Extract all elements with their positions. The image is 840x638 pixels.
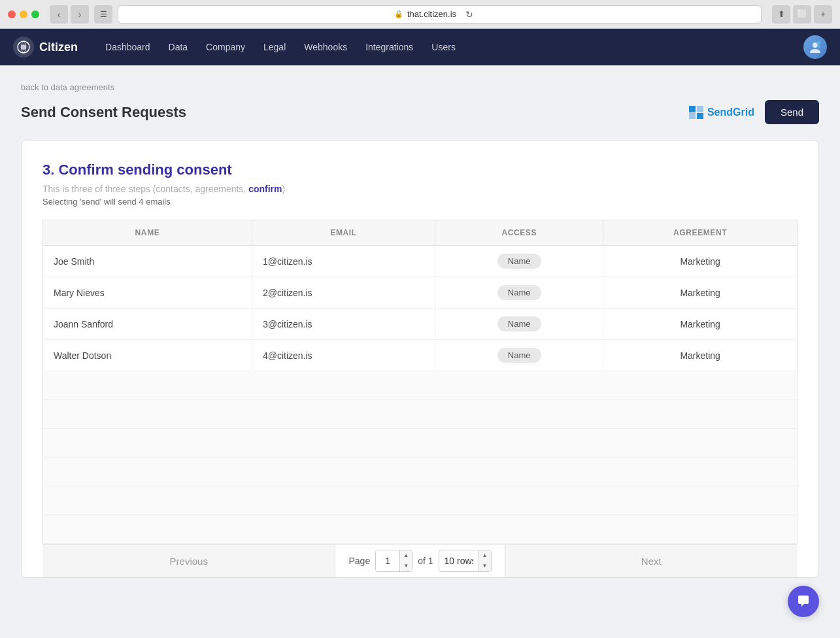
cell-access: Name bbox=[435, 277, 603, 309]
svg-point-3 bbox=[816, 41, 820, 45]
back-button[interactable]: ‹ bbox=[50, 5, 68, 24]
nav-company[interactable]: Company bbox=[198, 37, 253, 58]
page-input-wrap: ▲ ▼ bbox=[375, 550, 412, 572]
maximize-dot[interactable] bbox=[31, 10, 39, 18]
cell-agreement: Marketing bbox=[603, 246, 798, 277]
user-avatar[interactable] bbox=[803, 35, 827, 59]
lock-icon: 🔒 bbox=[394, 10, 403, 18]
next-button[interactable]: Next bbox=[505, 545, 798, 577]
cell-email: 4@citizen.is bbox=[252, 340, 435, 371]
table-row-empty bbox=[43, 458, 798, 486]
page-up-button[interactable]: ▲ bbox=[400, 550, 412, 561]
step-subtitle-plain: This is three of three steps (contacts, … bbox=[42, 184, 248, 194]
browser-navigation: ‹ › bbox=[50, 5, 89, 24]
cell-email: 3@citizen.is bbox=[252, 309, 435, 340]
split-view-button[interactable]: ⬜ bbox=[793, 5, 811, 24]
address-bar[interactable]: 🔒 that.citizen.is ↻ bbox=[118, 5, 762, 24]
contacts-table: NAME EMAIL ACCESS AGREEMENT Joe Smith 1@… bbox=[42, 220, 798, 544]
top-navigation: Citizen Dashboard Data Company Legal Web… bbox=[0, 29, 840, 65]
step-subtitle-close: ) bbox=[282, 184, 286, 194]
table-row-empty bbox=[43, 429, 798, 458]
nav-legal[interactable]: Legal bbox=[256, 37, 294, 58]
cell-email: 1@citizen.is bbox=[252, 246, 435, 277]
reader-mode-button[interactable]: ☰ bbox=[94, 5, 112, 24]
logo-text: Citizen bbox=[39, 41, 78, 54]
logo-area: Citizen bbox=[13, 37, 78, 58]
cell-access: Name bbox=[435, 246, 603, 277]
sendgrid-logo: SendGrid bbox=[689, 106, 754, 119]
cell-name: Mary Nieves bbox=[43, 277, 252, 309]
nav-webhooks[interactable]: Webhooks bbox=[296, 37, 355, 58]
nav-data[interactable]: Data bbox=[161, 37, 196, 58]
main-content: back to data agreements Send Consent Req… bbox=[0, 65, 840, 594]
cell-name: Walter Dotson bbox=[43, 340, 252, 371]
page-title: Send Consent Requests bbox=[21, 104, 186, 121]
rows-up-button[interactable]: ▲ bbox=[479, 550, 491, 561]
table-row-empty bbox=[43, 515, 798, 544]
forward-button[interactable]: › bbox=[71, 5, 89, 24]
chat-widget[interactable] bbox=[788, 586, 819, 617]
col-agreement: AGREEMENT bbox=[603, 220, 798, 246]
step-info: Selecting 'send' will send 4 emails bbox=[42, 197, 798, 207]
header-right: SendGrid Send bbox=[689, 100, 819, 124]
nav-integrations[interactable]: Integrations bbox=[358, 37, 421, 58]
access-badge: Name bbox=[497, 316, 541, 331]
new-tab-button[interactable]: + bbox=[814, 5, 832, 24]
col-name: NAME bbox=[43, 220, 252, 246]
col-access: ACCESS bbox=[435, 220, 603, 246]
rows-per-page-select[interactable]: 10 rows 20 rows 50 rows bbox=[439, 553, 479, 569]
pagination-center: Page ▲ ▼ of 1 10 rows 20 rows 50 rows bbox=[335, 550, 504, 572]
step-subtitle: This is three of three steps (contacts, … bbox=[42, 184, 798, 194]
page-label: Page bbox=[348, 556, 370, 566]
nav-dashboard[interactable]: Dashboard bbox=[97, 37, 158, 58]
table-header: NAME EMAIL ACCESS AGREEMENT bbox=[43, 220, 798, 246]
svg-rect-7 bbox=[697, 113, 703, 119]
table-row: Joann Sanford 3@citizen.is Name Marketin… bbox=[43, 309, 798, 340]
sendgrid-label: SendGrid bbox=[707, 107, 754, 118]
cell-access: Name bbox=[435, 309, 603, 340]
step-title: 3. Confirm sending consent bbox=[42, 161, 798, 178]
confirm-card: 3. Confirm sending consent This is three… bbox=[21, 140, 819, 578]
back-link[interactable]: back to data agreements bbox=[21, 82, 114, 92]
nav-users[interactable]: Users bbox=[424, 37, 463, 58]
cell-name: Joe Smith bbox=[43, 246, 252, 277]
table-row-empty bbox=[43, 400, 798, 429]
nav-links: Dashboard Data Company Legal Webhooks In… bbox=[97, 37, 803, 58]
cell-email: 2@citizen.is bbox=[252, 277, 435, 309]
logo-icon bbox=[13, 37, 34, 58]
access-badge: Name bbox=[497, 254, 541, 269]
svg-rect-6 bbox=[689, 113, 696, 119]
minimize-dot[interactable] bbox=[20, 10, 27, 18]
table-row-empty bbox=[43, 486, 798, 515]
page-number-input[interactable] bbox=[376, 550, 399, 571]
table-row-empty bbox=[43, 371, 798, 400]
col-email: EMAIL bbox=[252, 220, 435, 246]
url-text: that.citizen.is bbox=[407, 9, 456, 19]
reload-button[interactable]: ↻ bbox=[460, 5, 479, 24]
chat-icon bbox=[796, 594, 811, 609]
share-button[interactable]: ⬆ bbox=[772, 5, 790, 24]
cell-access: Name bbox=[435, 340, 603, 371]
cell-agreement: Marketing bbox=[603, 340, 798, 371]
page-header: Send Consent Requests SendGrid Send bbox=[21, 100, 819, 124]
svg-rect-4 bbox=[689, 106, 696, 112]
page-down-button[interactable]: ▼ bbox=[400, 561, 412, 571]
page-of-label: of 1 bbox=[418, 556, 433, 566]
rows-down-button[interactable]: ▼ bbox=[479, 561, 491, 571]
access-badge: Name bbox=[497, 285, 541, 300]
pagination-bar: Previous Page ▲ ▼ of 1 10 rows 20 rows 5… bbox=[42, 544, 798, 577]
table-body: Joe Smith 1@citizen.is Name Marketing Ma… bbox=[43, 246, 798, 544]
table-row: Mary Nieves 2@citizen.is Name Marketing bbox=[43, 277, 798, 309]
page-spinners: ▲ ▼ bbox=[399, 550, 412, 571]
previous-button[interactable]: Previous bbox=[42, 545, 335, 577]
svg-point-1 bbox=[21, 44, 26, 50]
svg-rect-5 bbox=[697, 106, 703, 112]
close-dot[interactable] bbox=[8, 10, 16, 18]
send-button[interactable]: Send bbox=[765, 100, 819, 124]
sendgrid-icon bbox=[689, 106, 703, 119]
avatar-image bbox=[803, 35, 827, 59]
browser-actions: ⬆ ⬜ + bbox=[772, 5, 832, 24]
browser-chrome: ‹ › ☰ 🔒 that.citizen.is ↻ ⬆ ⬜ + bbox=[0, 0, 840, 29]
rows-spinners: ▲ ▼ bbox=[479, 550, 491, 571]
cell-agreement: Marketing bbox=[603, 277, 798, 309]
